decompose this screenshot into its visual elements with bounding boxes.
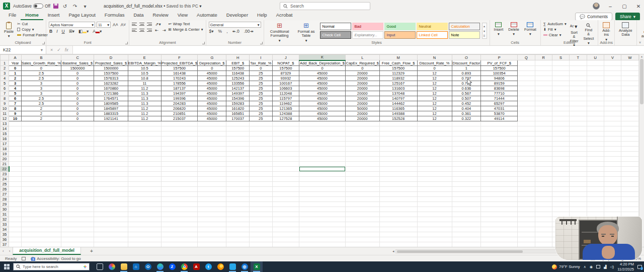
cell[interactable]: 0.893: [452, 71, 481, 76]
cell[interactable]: [518, 217, 535, 222]
col-header-A[interactable]: A: [9, 55, 22, 60]
cell[interactable]: [94, 142, 128, 147]
cell[interactable]: [161, 192, 197, 197]
cell[interactable]: 0.567: [452, 91, 481, 96]
cell[interactable]: 0: [249, 66, 272, 71]
horizontal-scrollbar-thumb[interactable]: [397, 250, 523, 253]
cell[interactable]: [604, 177, 621, 182]
cell[interactable]: [621, 202, 639, 207]
cell[interactable]: [417, 207, 452, 212]
cell[interactable]: [161, 177, 197, 182]
cell[interactable]: [249, 207, 272, 212]
comma-button[interactable]: ,: [226, 29, 228, 34]
cell[interactable]: 53870: [481, 111, 518, 116]
percent-button[interactable]: %: [218, 29, 223, 34]
cell[interactable]: [604, 157, 621, 162]
row-header[interactable]: 12: [1, 116, 9, 121]
cell[interactable]: [272, 177, 299, 182]
cell[interactable]: [226, 197, 249, 202]
cell[interactable]: 45000: [198, 86, 226, 91]
cell[interactable]: [452, 227, 481, 232]
new-sheet-button[interactable]: +: [90, 248, 93, 254]
sheet-tab[interactable]: acquisition_dcf_full_model: [13, 247, 81, 255]
tab-home[interactable]: Home: [21, 11, 43, 20]
cell[interactable]: [535, 121, 552, 126]
row-header[interactable]: 21: [1, 162, 9, 167]
cell[interactable]: [226, 147, 249, 152]
cell[interactable]: 0: [9, 66, 22, 71]
cell[interactable]: [345, 152, 379, 157]
cell[interactable]: [161, 167, 197, 172]
enter-icon[interactable]: ✓: [57, 47, 61, 52]
cell[interactable]: [272, 237, 299, 242]
cell[interactable]: 83698: [481, 86, 518, 91]
cell[interactable]: [417, 222, 452, 227]
col-header-I[interactable]: I: [249, 55, 272, 60]
row-header[interactable]: 24: [1, 177, 9, 182]
cell[interactable]: [621, 187, 639, 192]
cell[interactable]: [481, 147, 518, 152]
cell[interactable]: [9, 162, 22, 167]
cell[interactable]: [535, 152, 552, 157]
cell[interactable]: EBIT_$: [226, 60, 249, 66]
cell[interactable]: 124388: [272, 111, 299, 116]
cell[interactable]: [604, 172, 621, 177]
cell[interactable]: [21, 131, 61, 137]
cell[interactable]: 2: [9, 76, 22, 81]
cell[interactable]: [518, 81, 535, 86]
row-header[interactable]: 27: [1, 192, 9, 197]
cell[interactable]: [21, 157, 61, 162]
col-header-L[interactable]: L: [345, 55, 379, 60]
cell[interactable]: [272, 192, 299, 197]
cell[interactable]: 45000: [299, 116, 346, 121]
cell[interactable]: [161, 147, 197, 152]
cell-style-note[interactable]: Note: [449, 31, 480, 39]
cell[interactable]: [128, 157, 161, 162]
cell[interactable]: 1670860: [94, 86, 128, 91]
sheet-nav-right-icon[interactable]: ›: [7, 249, 13, 253]
cell[interactable]: [552, 162, 569, 167]
cell[interactable]: [570, 167, 587, 172]
row-header[interactable]: 13: [1, 121, 9, 126]
cell[interactable]: [249, 126, 272, 131]
cell[interactable]: [272, 242, 299, 247]
cell[interactable]: [587, 81, 604, 86]
cell[interactable]: [587, 187, 604, 192]
cell[interactable]: [94, 162, 128, 167]
cell[interactable]: [161, 212, 197, 217]
cell[interactable]: [417, 157, 452, 162]
cell[interactable]: [94, 217, 128, 222]
zillow-icon[interactable]: Z: [166, 261, 178, 272]
cell[interactable]: 10.5: [128, 66, 161, 71]
cell[interactable]: 137048: [379, 91, 417, 96]
cell[interactable]: [587, 142, 604, 147]
cell-style-linked-cell[interactable]: Linked Cell: [417, 31, 448, 39]
cell[interactable]: [552, 111, 569, 116]
cell[interactable]: [604, 86, 621, 91]
cell[interactable]: [552, 192, 569, 197]
cell[interactable]: [299, 207, 346, 212]
cell[interactable]: [587, 202, 604, 207]
format-cells-button[interactable]: Format▾: [523, 22, 538, 37]
cell[interactable]: [21, 227, 61, 232]
cell[interactable]: [518, 111, 535, 116]
cell[interactable]: [299, 217, 346, 222]
cell[interactable]: 194397: [161, 91, 197, 96]
cell[interactable]: [518, 207, 535, 212]
cell[interactable]: [61, 192, 94, 197]
cell[interactable]: [226, 212, 249, 217]
cell[interactable]: [272, 142, 299, 147]
cell[interactable]: [198, 242, 226, 247]
weather-widget[interactable]: 79°F Sunny: [552, 264, 580, 269]
cell[interactable]: [452, 147, 481, 152]
cell[interactable]: 2.5: [21, 71, 61, 76]
cell[interactable]: [272, 207, 299, 212]
cell[interactable]: [417, 137, 452, 142]
tab-help[interactable]: Help: [253, 11, 272, 20]
cell[interactable]: [9, 187, 22, 192]
cell[interactable]: [94, 207, 128, 212]
cell[interactable]: [299, 192, 346, 197]
cell[interactable]: [21, 222, 61, 227]
cell[interactable]: [535, 91, 552, 96]
cell[interactable]: [161, 137, 197, 142]
